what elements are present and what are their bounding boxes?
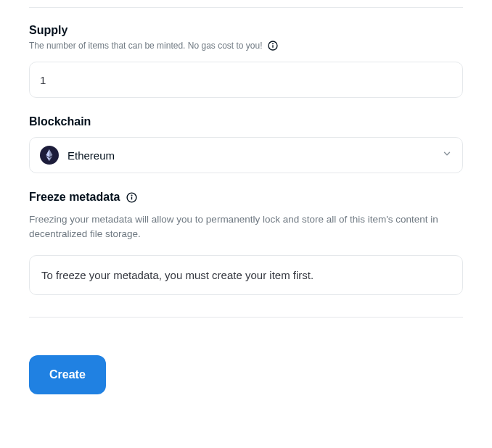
- ethereum-icon: [40, 146, 59, 165]
- supply-input[interactable]: [29, 62, 463, 98]
- info-icon[interactable]: [267, 40, 279, 51]
- supply-label: Supply: [29, 24, 67, 37]
- chevron-down-icon: [442, 149, 452, 162]
- blockchain-label: Blockchain: [29, 115, 91, 128]
- freeze-desc: Freezing your metadata will allow you to…: [29, 212, 463, 242]
- supply-desc-text: The number of items that can be minted. …: [29, 41, 263, 51]
- svg-point-5: [132, 195, 133, 196]
- info-icon[interactable]: [126, 191, 138, 204]
- divider: [29, 317, 463, 318]
- freeze-label: Freeze metadata: [29, 191, 138, 204]
- blockchain-select[interactable]: Ethereum: [29, 137, 463, 173]
- freeze-label-text: Freeze metadata: [29, 191, 120, 204]
- supply-desc: The number of items that can be minted. …: [29, 40, 463, 51]
- svg-point-2: [272, 43, 273, 44]
- divider: [29, 7, 463, 8]
- create-button[interactable]: Create: [29, 355, 106, 394]
- blockchain-value: Ethereum: [67, 149, 433, 162]
- freeze-notice-box: To freeze your metadata, you must create…: [29, 255, 463, 295]
- freeze-notice-text: To freeze your metadata, you must create…: [41, 269, 313, 281]
- blockchain-section: Blockchain Ethereum: [29, 115, 463, 173]
- freeze-section: Freeze metadata Freezing your metadata w…: [29, 191, 463, 295]
- supply-section: Supply The number of items that can be m…: [29, 24, 463, 98]
